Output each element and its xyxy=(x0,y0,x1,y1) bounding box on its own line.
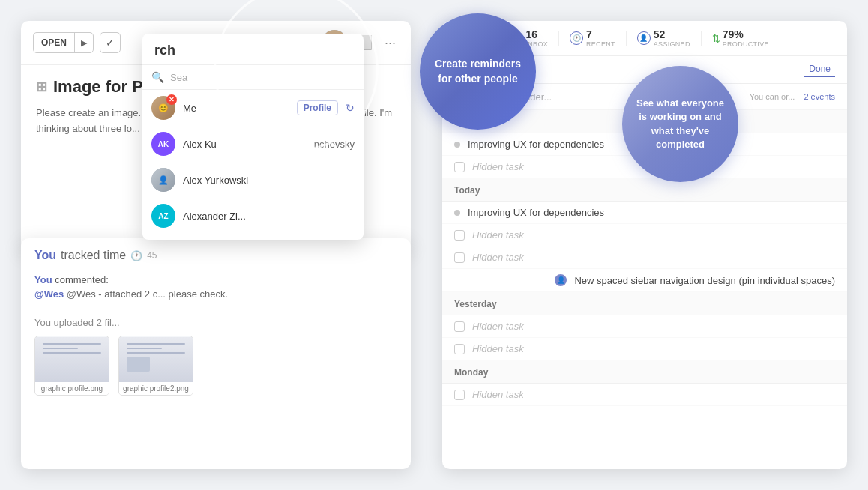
activity-time: 45 xyxy=(147,250,157,261)
yesterday-cb-2[interactable] xyxy=(454,344,465,354)
view-tab-done[interactable]: Done xyxy=(804,62,835,77)
open-label: OPEN xyxy=(34,33,75,52)
mention-wes: @Wes xyxy=(34,288,64,300)
comment-rest: @Wes - attached 2 c... please check. xyxy=(67,288,228,300)
yesterday-item-1[interactable]: Hidden task xyxy=(442,315,847,338)
search-item-az-name: Alexander Zi... xyxy=(183,211,355,222)
monday-label: Monday xyxy=(454,367,488,378)
section-yesterday: Yesterday xyxy=(442,292,847,315)
activity-you-label: You xyxy=(34,249,56,262)
activity-panel: You tracked time 🕐 45 You commented: @We… xyxy=(21,238,411,469)
comment-action: commented: xyxy=(55,274,109,285)
file-thumb-content-1 xyxy=(35,337,109,382)
file-line-4 xyxy=(127,343,185,345)
person-icon-4: 👤 xyxy=(555,274,567,286)
reminder-cb-1[interactable] xyxy=(454,162,465,172)
today-item-1[interactable]: Improving UX for dependencies xyxy=(442,202,847,224)
file-thumb-1[interactable]: graphic profile.png xyxy=(34,336,109,396)
monday-task-1: Hidden task xyxy=(472,389,524,400)
stat-separator-3 xyxy=(701,31,702,46)
header-stats: ✉ 16 INBOX 🕐 7 RECENT 👤 52 ASSIGNED xyxy=(509,28,768,48)
monday-cb-1[interactable] xyxy=(454,390,465,400)
avatar-me-label: 😊 xyxy=(158,103,169,113)
search-input[interactable]: Sea xyxy=(170,72,355,83)
productive-num: 79% xyxy=(723,28,769,40)
time-icon: 🕐 xyxy=(130,250,142,261)
see-everyone-bubble: See what everyone is working on and what… xyxy=(622,66,738,182)
search-item-ak[interactable]: AK Alex Ku nchevsky xyxy=(142,126,364,162)
remove-badge[interactable]: ✕ xyxy=(166,94,177,105)
today-cb-1[interactable] xyxy=(454,230,465,241)
no-date-task-1: Improving UX for dependencies xyxy=(468,139,604,150)
file-line-3 xyxy=(43,352,101,354)
see-everyone-text: See what everyone is working on and what… xyxy=(622,88,738,160)
stat-separator-1 xyxy=(558,31,559,46)
file-thumb-block xyxy=(127,357,150,372)
search-item-az[interactable]: AZ Alexander Zi... xyxy=(142,198,364,234)
no-date-task-2: Hidden task xyxy=(472,161,524,172)
file-name-1: graphic profile.png xyxy=(35,382,109,395)
avatar-ay: 👤 xyxy=(151,168,175,192)
file-line-1 xyxy=(43,343,101,345)
file-thumb-content-2 xyxy=(119,337,193,382)
today-label: Today xyxy=(454,185,480,196)
monday-item-1[interactable]: Hidden task xyxy=(442,384,847,406)
more-options-button[interactable]: ··· xyxy=(382,35,399,51)
today-item-3[interactable]: Hidden task xyxy=(442,246,847,269)
event-link[interactable]: 2 events xyxy=(804,92,835,101)
search-item-ak-name: Alex Ku xyxy=(183,139,307,150)
file-line-6 xyxy=(127,352,185,354)
assigned-label: ASSIGNED xyxy=(654,40,690,48)
comment-you-label: You xyxy=(34,274,52,285)
upload-header: You uploaded 2 fil... xyxy=(34,317,397,328)
section-today: Today xyxy=(442,178,847,202)
refresh-icon[interactable]: ↻ xyxy=(346,102,355,114)
comment-body: @Wes @Wes - attached 2 c... please check… xyxy=(34,288,397,300)
activity-header: You tracked time 🕐 45 xyxy=(21,238,411,268)
search-item-me[interactable]: 😊 ✕ Me Profile ↻ xyxy=(142,90,364,126)
today-task-2: Hidden task xyxy=(472,229,524,241)
kunchevsky-label: nchevsky xyxy=(314,139,355,150)
yesterday-cb-1[interactable] xyxy=(454,321,465,332)
today-item-2[interactable]: Hidden task xyxy=(442,224,847,246)
yesterday-task-2: Hidden task xyxy=(472,343,524,354)
recent-num: 7 xyxy=(586,28,615,40)
file-lines-2 xyxy=(127,343,185,372)
create-reminders-bubble: Create reminders for other people xyxy=(420,13,536,130)
avatar-az: AZ xyxy=(151,204,175,228)
today-task-4: New spaced siebar navigation design (pin… xyxy=(574,275,835,286)
open-arrow-icon[interactable]: ▶ xyxy=(75,33,93,52)
activity-comment: You commented: @Wes @Wes - attached 2 c.… xyxy=(21,268,411,309)
search-header: rch xyxy=(142,34,364,65)
stat-assigned: 👤 52 ASSIGNED xyxy=(637,28,690,48)
comment-header: You commented: xyxy=(34,274,397,285)
check-button[interactable]: ✓ xyxy=(100,32,121,53)
upload-section: You uploaded 2 fil... graphic profile.pn… xyxy=(21,309,411,403)
activity-action: tracked time xyxy=(61,249,126,262)
file-line-2 xyxy=(43,348,78,349)
open-button[interactable]: OPEN ▶ xyxy=(33,32,94,53)
recent-icon[interactable]: 🕐 xyxy=(570,31,583,45)
profile-chip[interactable]: Profile xyxy=(297,100,338,115)
file-line-5 xyxy=(127,348,162,349)
avatar-ak: AK xyxy=(151,132,175,156)
inbox-num: 16 xyxy=(525,28,548,40)
search-input-row[interactable]: 🔍 Sea xyxy=(142,65,364,90)
search-item-ay[interactable]: 👤 Alex Yurkowski xyxy=(142,162,364,198)
search-dropdown: rch 🔍 Sea 😊 ✕ Me Profile ↻ AK Alex Ku nc… xyxy=(142,34,364,240)
yesterday-item-2[interactable]: Hidden task xyxy=(442,338,847,360)
avatar-me: 😊 ✕ xyxy=(151,96,175,120)
avatar-az-label: AZ xyxy=(158,212,168,220)
reminder-note: You can or... xyxy=(750,92,795,101)
file-thumb-2[interactable]: graphic profile2.png xyxy=(118,336,193,396)
today-item-4[interactable]: 👤 New spaced siebar navigation design (p… xyxy=(442,269,847,292)
assigned-icon[interactable]: 👤 xyxy=(637,31,651,45)
today-dot-1 xyxy=(454,210,460,216)
reminder-dot-1 xyxy=(454,142,460,148)
section-monday: Monday xyxy=(442,360,847,384)
upload-files: graphic profile.png graphic profile2.png xyxy=(34,336,397,396)
create-reminders-text: Create reminders for other people xyxy=(420,49,536,94)
today-cb-2[interactable] xyxy=(454,252,465,263)
stat-productive: ⇅ 79% PRODUCTIVE xyxy=(712,28,769,48)
file-lines-1 xyxy=(43,343,101,357)
